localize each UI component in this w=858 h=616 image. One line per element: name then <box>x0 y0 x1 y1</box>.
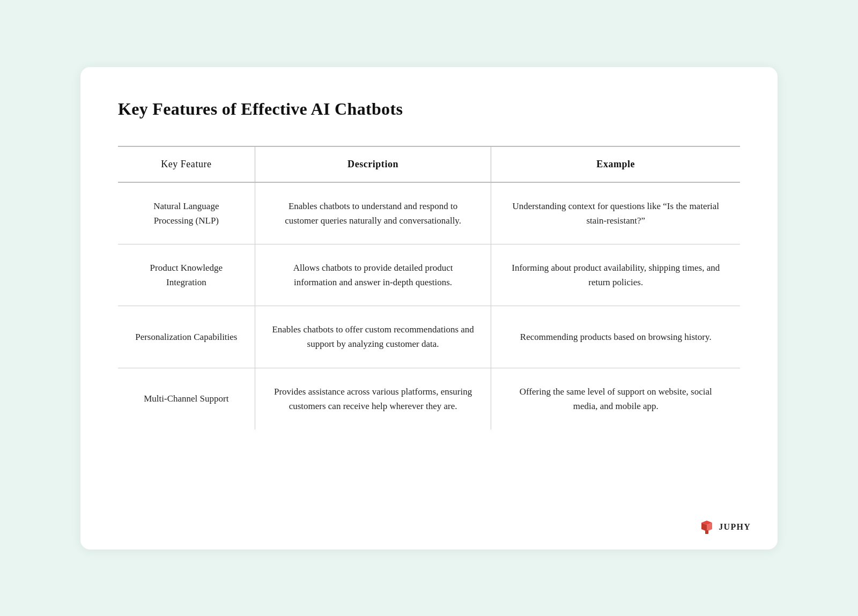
main-card: Key Features of Effective AI Chatbots Ke… <box>80 67 778 550</box>
table-row: Product Knowledge Integration Allows cha… <box>118 244 740 306</box>
features-table: Key Feature Description Example Natural … <box>118 146 740 430</box>
table-header-row: Key Feature Description Example <box>118 146 740 182</box>
feature-personalization: Personalization Capabilities <box>118 306 255 368</box>
description-product-knowledge: Allows chatbots to provide detailed prod… <box>255 244 491 306</box>
header-example: Example <box>491 146 740 182</box>
example-multichannel: Offering the same level of support on we… <box>491 368 740 429</box>
logo-area: JUPHY <box>699 519 751 535</box>
header-feature: Key Feature <box>118 146 255 182</box>
table-row: Multi-Channel Support Provides assistanc… <box>118 368 740 429</box>
logo-text: JUPHY <box>719 522 751 532</box>
description-personalization: Enables chatbots to offer custom recomme… <box>255 306 491 368</box>
page-title: Key Features of Effective AI Chatbots <box>118 99 740 119</box>
example-product-knowledge: Informing about product availability, sh… <box>491 244 740 306</box>
table-row: Natural Language Processing (NLP) Enable… <box>118 182 740 244</box>
table-row: Personalization Capabilities Enables cha… <box>118 306 740 368</box>
example-nlp: Understanding context for questions like… <box>491 182 740 244</box>
example-personalization: Recommending products based on browsing … <box>491 306 740 368</box>
feature-nlp: Natural Language Processing (NLP) <box>118 182 255 244</box>
feature-multichannel: Multi-Channel Support <box>118 368 255 429</box>
description-nlp: Enables chatbots to understand and respo… <box>255 182 491 244</box>
description-multichannel: Provides assistance across various platf… <box>255 368 491 429</box>
feature-product-knowledge: Product Knowledge Integration <box>118 244 255 306</box>
svg-rect-3 <box>705 530 708 534</box>
juphy-logo-icon <box>699 519 714 535</box>
header-description: Description <box>255 146 491 182</box>
